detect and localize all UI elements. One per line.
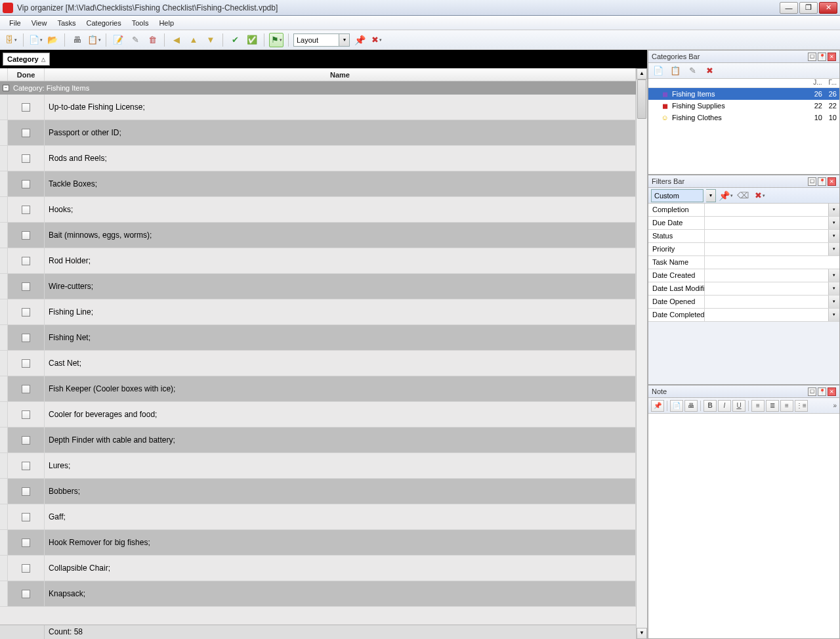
done-cell[interactable] [8,325,45,350]
checkbox-icon[interactable] [22,513,30,521]
filter-value[interactable] [705,269,828,282]
note-list-button[interactable]: ⋮≡ [795,400,808,412]
note-align-right-button[interactable]: ≡ [780,400,793,412]
category-item[interactable]: Fishing Clothes1010 [648,112,839,123]
groupby-chip[interactable]: Category △ [3,53,50,66]
done-cell[interactable] [8,530,45,555]
note-bold-button[interactable]: B [704,400,717,412]
dropdown-icon[interactable]: ▾ [828,217,839,229]
toolbar-overflow-icon[interactable]: » [833,402,837,409]
checkbox-icon[interactable] [22,129,30,137]
task-row[interactable]: Cast Net; [0,351,636,376]
done-cell[interactable] [8,402,45,427]
task-row[interactable]: Fishing Line; [0,299,636,325]
cat-edit-button[interactable] [685,64,700,78]
pin-button[interactable] [352,33,367,47]
note-editor[interactable] [648,414,839,638]
done-cell[interactable] [8,376,45,401]
dropdown-icon[interactable]: ▾ [828,296,839,308]
filter-field[interactable]: Date Completed▾ [648,309,839,322]
done-cell[interactable] [8,581,45,606]
print-button[interactable] [70,33,84,47]
menu-tasks[interactable]: Tasks [52,17,81,29]
filter-erase-button[interactable] [736,188,750,203]
panel-pin-button[interactable]: 📍 [818,177,826,186]
check-all-button[interactable] [245,33,259,47]
task-row[interactable]: Fish Keeper (Cooler boxes with ice); [0,376,636,402]
done-cell[interactable] [8,197,45,222]
done-cell[interactable] [8,299,45,324]
note-doc-button[interactable]: 📄 [670,400,683,412]
dropdown-icon[interactable]: ▾ [828,309,839,321]
task-row[interactable]: Lures; [0,453,636,479]
task-row[interactable]: Wire-cutters; [0,274,636,299]
checkbox-icon[interactable] [22,359,30,368]
db-button[interactable]: ▾ [4,33,18,47]
filter-preset-dropdown[interactable]: ▾ [706,189,716,202]
group-row[interactable]: − Category: Fishing Items [0,81,636,95]
task-row[interactable]: Tackle Boxes; [0,171,636,197]
dropdown-icon[interactable]: ▾ [828,204,839,216]
vertical-scrollbar[interactable]: ▲ ▼ [636,68,647,639]
checkbox-icon[interactable] [22,410,30,419]
col-done[interactable]: Done [8,68,45,81]
checkbox-icon[interactable] [22,282,30,291]
task-row[interactable]: Cooler for beverages and food; [0,402,636,428]
done-cell[interactable] [8,95,45,120]
dropdown-icon[interactable]: ▾ [828,269,839,282]
filter-field[interactable]: Date Opened▾ [648,296,839,309]
checkbox-icon[interactable] [22,308,30,317]
checkbox-icon[interactable] [22,257,30,265]
scroll-down-button[interactable]: ▼ [637,628,647,639]
task-row[interactable]: Knapsack; [0,581,636,607]
done-cell[interactable] [8,248,45,273]
filter-field[interactable]: Priority▾ [648,243,839,256]
done-cell[interactable] [8,171,45,196]
filter-field[interactable]: Status▾ [648,230,839,243]
note-pin-button[interactable]: 📌 [651,400,664,412]
layout-selector[interactable]: Layout ▾ [293,33,350,47]
flag-button[interactable]: ▾ [269,33,284,47]
menu-tools[interactable]: Tools [127,17,154,29]
move-down-button[interactable] [203,33,218,47]
note-align-center-button[interactable]: ≣ [766,400,779,412]
done-cell[interactable] [8,428,45,452]
close-button[interactable]: ✕ [819,2,837,14]
note-print-button[interactable]: 🖶 [684,400,698,412]
task-row[interactable]: Bobbers; [0,479,636,504]
filter-value[interactable] [705,217,828,229]
filter-field[interactable]: Date Last Modifie▾ [648,282,839,296]
checkbox-icon[interactable] [22,385,30,393]
maximize-button[interactable]: ❐ [799,2,818,14]
clipboard-button[interactable]: ▾ [87,33,101,47]
done-cell[interactable] [8,120,45,145]
note-underline-button[interactable]: U [732,400,746,412]
filter-value[interactable] [705,243,828,255]
task-row[interactable]: Rod Holder; [0,248,636,274]
task-row[interactable]: Hooks; [0,197,636,223]
dropdown-icon[interactable]: ▾ [828,282,839,295]
open-button[interactable] [45,33,60,47]
delete-button[interactable] [145,33,159,47]
panel-pin-button[interactable]: 📍 [818,387,826,396]
cat-delete-button[interactable] [702,64,717,78]
panel-restore-button[interactable]: ☐ [808,53,816,61]
dropdown-icon[interactable]: ▾ [828,230,839,242]
cat-list-button[interactable] [668,64,682,78]
filter-clear-button[interactable]: ▾ [753,188,767,203]
done-cell[interactable] [8,556,45,581]
task-row[interactable]: Gaff; [0,504,636,530]
checkbox-icon[interactable] [22,231,30,240]
task-row[interactable]: Up-to-date Fishing License; [0,95,636,120]
panel-restore-button[interactable]: ☐ [808,177,816,186]
task-row[interactable]: Bait (minnows, eggs, worms); [0,223,636,248]
task-row[interactable]: Rods and Reels; [0,146,636,171]
checkbox-icon[interactable] [22,334,30,342]
task-row[interactable]: Fishing Net; [0,325,636,351]
move-up-button[interactable] [186,33,201,47]
edit-button[interactable] [128,33,142,47]
checkbox-icon[interactable] [22,462,30,470]
menu-view[interactable]: View [26,17,52,29]
note-italic-button[interactable]: I [718,400,731,412]
menu-categories[interactable]: Categories [81,17,127,29]
